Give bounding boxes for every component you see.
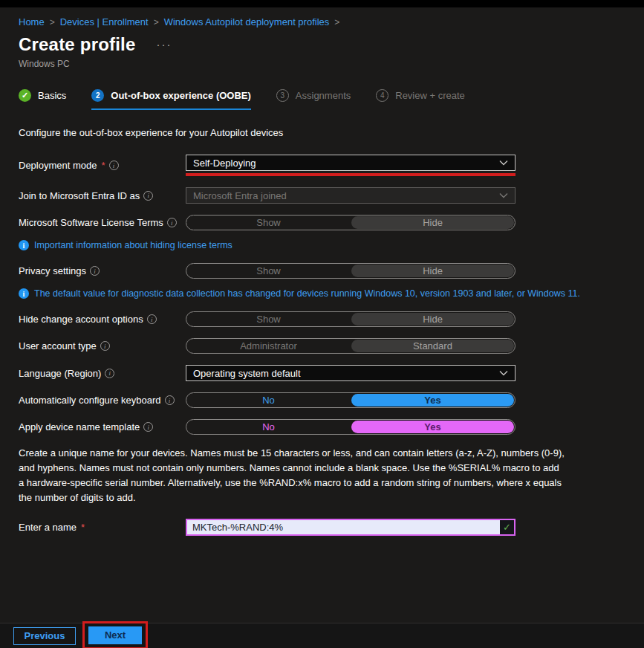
required-asterisk: * (81, 522, 85, 533)
join-type-label: Join to Microsoft Entra ID as i (19, 190, 186, 201)
hide-account-options-toggle[interactable]: Show Hide (186, 311, 515, 327)
step-3-badge: 3 (276, 89, 289, 102)
hide-account-show-option[interactable]: Show (187, 313, 350, 325)
info-badge-icon: i (19, 240, 29, 250)
device-name-help-text: Create a unique name for your devices. N… (19, 446, 565, 505)
breadcrumb-separator: > (334, 17, 339, 27)
device-name-value: MKTech-%RAND:4% (187, 522, 283, 533)
chevron-down-icon (499, 192, 508, 198)
privacy-settings-label: Privacy settings i (19, 265, 186, 276)
user-account-type-toggle[interactable]: Administrator Standard (186, 338, 515, 354)
red-highlight-underline (186, 173, 515, 176)
tab-basics-label: Basics (38, 90, 66, 101)
license-terms-hide-option[interactable]: Hide (351, 216, 514, 229)
info-badge-icon: i (19, 288, 29, 299)
deployment-mode-value: Self-Deploying (193, 158, 256, 169)
auto-configure-keyboard-toggle[interactable]: No Yes (186, 392, 515, 408)
breadcrumb-home[interactable]: Home (19, 16, 45, 27)
name-template-yes-option[interactable]: Yes (351, 421, 514, 433)
wizard-steps: ✓ Basics 2 Out-of-box experience (OOBE) … (19, 89, 625, 110)
more-options-icon[interactable]: ··· (157, 41, 172, 48)
tab-assignments[interactable]: 3 Assignments (276, 89, 351, 110)
previous-button[interactable]: Previous (13, 627, 76, 645)
join-type-dropdown: Microsoft Entra joined (186, 187, 515, 204)
chevron-down-icon (499, 160, 508, 166)
step-complete-check-icon: ✓ (19, 89, 31, 102)
tab-review-create-label: Review + create (395, 90, 465, 101)
valid-check-icon: ✓ (500, 520, 514, 534)
info-icon[interactable]: i (147, 314, 157, 324)
required-asterisk: * (102, 160, 105, 171)
keyboard-no-option[interactable]: No (187, 394, 350, 406)
create-profile-page: Home > Devices | Enrollment > Windows Au… (0, 0, 644, 648)
language-region-dropdown[interactable]: Operating system default (186, 365, 515, 381)
license-terms-info-link[interactable]: Important information about hiding licen… (34, 239, 232, 251)
step-4-badge: 4 (376, 89, 388, 102)
page-subtitle: Windows PC (19, 59, 625, 69)
hide-account-hide-option[interactable]: Hide (351, 313, 514, 325)
name-template-no-option[interactable]: No (187, 421, 350, 433)
apply-device-name-template-label: Apply device name template i (19, 421, 186, 432)
join-type-value: Microsoft Entra joined (193, 190, 287, 201)
oobe-intro-text: Configure the out-of-box experience for … (19, 127, 625, 138)
tab-basics[interactable]: ✓ Basics (19, 89, 66, 110)
license-terms-label: Microsoft Software License Terms i (19, 217, 186, 228)
keyboard-yes-option[interactable]: Yes (351, 394, 514, 406)
tab-oobe[interactable]: 2 Out-of-box experience (OOBE) (91, 89, 251, 110)
deployment-mode-dropdown[interactable]: Self-Deploying (186, 155, 515, 171)
page-title: Create profile (19, 34, 136, 55)
chevron-down-icon (499, 370, 508, 376)
breadcrumb-autopilot-profiles[interactable]: Windows Autopilot deployment profiles (164, 16, 330, 27)
main-panel: Home > Devices | Enrollment > Windows Au… (0, 7, 644, 623)
info-icon[interactable]: i (90, 266, 100, 276)
breadcrumb-devices-enrollment[interactable]: Devices | Enrollment (60, 16, 149, 27)
privacy-show-option[interactable]: Show (187, 265, 350, 277)
info-icon[interactable]: i (109, 161, 119, 170)
breadcrumb-separator: > (154, 17, 159, 27)
privacy-info-text[interactable]: The default value for diagnostic data co… (34, 288, 580, 299)
red-highlight-box: Next (82, 621, 148, 648)
privacy-settings-toggle[interactable]: Show Hide (186, 263, 515, 279)
apply-device-name-template-toggle[interactable]: No Yes (186, 419, 515, 435)
enter-a-name-label: Enter a name* (19, 522, 186, 533)
breadcrumb: Home > Devices | Enrollment > Windows Au… (19, 16, 625, 27)
info-icon[interactable]: i (165, 395, 175, 405)
info-icon[interactable]: i (105, 369, 114, 378)
hide-account-options-label: Hide change account options i (19, 314, 186, 325)
account-type-administrator-option[interactable]: Administrator (187, 340, 350, 352)
auto-configure-keyboard-label: Automatically configure keyboard i (19, 395, 186, 406)
deployment-mode-label: Deployment mode* i (19, 160, 186, 171)
user-account-type-label: User account type i (19, 340, 186, 351)
step-2-badge: 2 (91, 89, 104, 102)
breadcrumb-separator: > (50, 17, 55, 27)
privacy-hide-option[interactable]: Hide (351, 265, 514, 277)
tab-assignments-label: Assignments (296, 90, 351, 101)
tab-oobe-label: Out-of-box experience (OOBE) (111, 90, 251, 101)
device-name-input[interactable]: MKTech-%RAND:4% ✓ (186, 519, 515, 536)
language-region-value: Operating system default (193, 368, 301, 379)
tab-review-create[interactable]: 4 Review + create (376, 89, 465, 110)
account-type-standard-option[interactable]: Standard (351, 340, 514, 352)
info-icon[interactable]: i (143, 422, 153, 432)
info-icon[interactable]: i (143, 191, 153, 201)
license-terms-show-option[interactable]: Show (187, 216, 350, 229)
next-button[interactable]: Next (88, 626, 142, 644)
language-region-label: Language (Region) i (19, 368, 186, 379)
info-icon[interactable]: i (100, 341, 110, 351)
wizard-footer: Previous Next (0, 623, 644, 648)
license-terms-toggle[interactable]: Show Hide (186, 215, 515, 230)
info-icon[interactable]: i (167, 218, 177, 227)
